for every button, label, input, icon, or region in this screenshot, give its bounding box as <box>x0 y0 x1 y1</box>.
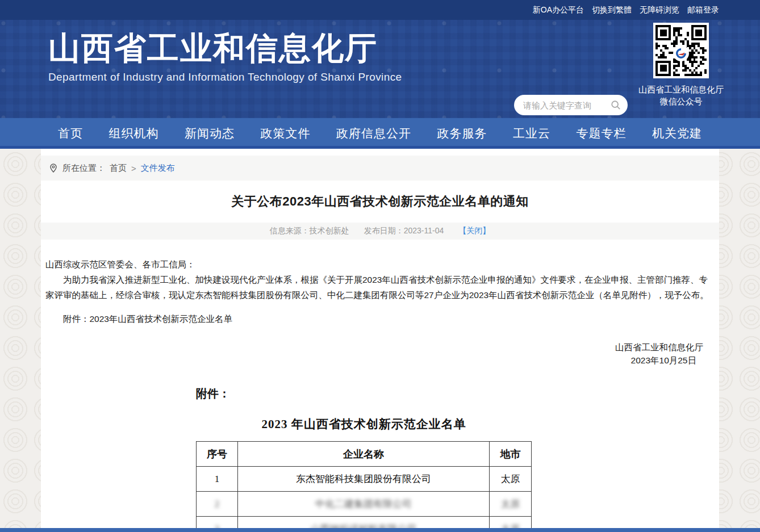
article-meta: 信息来源：技术创新处 发布日期：2023-11-04 【关闭】 <box>41 223 719 240</box>
column-header-no: 序号 <box>197 442 238 467</box>
search-box[interactable] <box>514 95 628 115</box>
breadcrumb-current-link[interactable]: 文件发布 <box>141 163 175 174</box>
nav-link-8[interactable]: 机关党建 <box>652 127 702 140</box>
nav-link-2[interactable]: 新闻动态 <box>185 127 235 140</box>
cell-company: 中化二建集团有限公司 <box>238 492 490 517</box>
cell-city: 太原 <box>490 492 532 517</box>
close-button[interactable]: 【关闭】 <box>458 226 490 236</box>
column-header-company: 企业名称 <box>238 442 490 467</box>
site-subtitle: Department of Industry and Information T… <box>48 71 402 83</box>
table-row: 2中化二建集团有限公司太原 <box>197 492 532 517</box>
department-logo-icon <box>674 47 688 60</box>
article-paragraph: 为助力我省深入推进新型工业化、加快建设现代化产业体系，根据《关于开展2023年山… <box>45 272 715 303</box>
nav-link-5[interactable]: 政务服务 <box>437 127 487 140</box>
site-header: 山西省工业和信息化厅 Department of Industry and In… <box>0 20 760 118</box>
breadcrumb-home-link[interactable]: 首页 <box>110 163 127 174</box>
cell-no: 2 <box>197 492 238 517</box>
sign-date: 2023年10月25日 <box>41 354 703 367</box>
qr-caption-line2: 微信公众号 <box>636 95 726 107</box>
article-body: 山西综改示范区管委会、各市工信局： 为助力我省深入推进新型工业化、加快建设现代化… <box>41 240 719 326</box>
breadcrumb-label: 所在位置： <box>62 163 105 174</box>
wechat-qr-block: 山西省工业和信息化厅 微信公众号 <box>653 23 709 107</box>
site-title: 山西省工业和信息化厅 <box>48 30 402 66</box>
topbar-link-2[interactable]: 无障碍浏览 <box>640 5 679 15</box>
main-nav: 首页组织机构新闻动态政策文件政府信息公开政务服务工业云专题专栏机关党建 <box>0 118 760 149</box>
nav-link-3[interactable]: 政策文件 <box>261 127 311 140</box>
column-header-city: 地市 <box>490 442 532 467</box>
topbar-link-0[interactable]: 新OA办公平台 <box>533 5 584 15</box>
attachment-table-title: 2023 年山西省技术创新示范企业名单 <box>196 416 532 432</box>
nav-link-4[interactable]: 政府信息公开 <box>336 127 411 140</box>
location-pin-icon <box>49 164 58 173</box>
article-signature: 山西省工业和信息化厅 2023年10月25日 <box>41 341 719 367</box>
qr-caption: 山西省工业和信息化厅 微信公众号 <box>636 83 726 107</box>
search-icon[interactable] <box>611 100 621 110</box>
nav-item: 机关党建 <box>652 125 702 141</box>
breadcrumb: 所在位置： 首页 > 文件发布 <box>41 156 719 181</box>
footer-top-bar <box>0 528 760 532</box>
signer-name: 山西省工业和信息化厅 <box>41 341 703 354</box>
attachment-document: 附件： 2023 年山西省技术创新示范企业名单 序号 企业名称 地市 1东杰智能… <box>196 386 532 532</box>
nav-link-7[interactable]: 专题专栏 <box>577 127 627 140</box>
nav-link-6[interactable]: 工业云 <box>513 127 550 140</box>
nav-item: 工业云 <box>513 125 550 141</box>
page-background: 所在位置： 首页 > 文件发布 关于公布2023年山西省技术创新示范企业名单的通… <box>0 149 760 529</box>
breadcrumb-separator: > <box>131 164 136 173</box>
table-header-row: 序号 企业名称 地市 <box>197 442 532 467</box>
topbar-link-1[interactable]: 切换到繁體 <box>592 5 632 15</box>
nav-item: 政务服务 <box>437 125 487 141</box>
article-source: 信息来源：技术创新处 <box>270 226 349 236</box>
site-brand: 山西省工业和信息化厅 Department of Industry and In… <box>48 30 402 83</box>
search-input[interactable] <box>523 100 611 110</box>
article-title: 关于公布2023年山西省技术创新示范企业名单的通知 <box>41 193 719 210</box>
nav-link-0[interactable]: 首页 <box>58 127 83 140</box>
topbar-link-3[interactable]: 邮箱登录 <box>687 5 719 15</box>
article-attachment-line: 附件：2023年山西省技术创新示范企业名单 <box>45 311 715 326</box>
article-salutation: 山西综改示范区管委会、各市工信局： <box>45 257 715 272</box>
nav-item: 政府信息公开 <box>336 125 411 141</box>
nav-item: 专题专栏 <box>577 125 627 141</box>
article-date: 发布日期：2023-11-04 <box>364 226 444 236</box>
nav-item: 首页 <box>58 125 83 141</box>
cell-company: 东杰智能科技集团股份有限公司 <box>238 467 490 492</box>
company-list-table: 序号 企业名称 地市 1东杰智能科技集团股份有限公司太原2中化二建集团有限公司太… <box>196 441 532 532</box>
nav-item: 新闻动态 <box>185 125 235 141</box>
nav-item: 政策文件 <box>261 125 311 141</box>
content-panel: 所在位置： 首页 > 文件发布 关于公布2023年山西省技术创新示范企业名单的通… <box>41 149 719 532</box>
nav-link-1[interactable]: 组织机构 <box>109 127 159 140</box>
attachment-label: 附件： <box>196 386 532 401</box>
table-row: 1东杰智能科技集团股份有限公司太原 <box>197 467 532 492</box>
topbar: 新OA办公平台切换到繁體无障碍浏览邮箱登录 <box>0 0 760 20</box>
cell-city: 太原 <box>490 467 532 492</box>
nav-item: 组织机构 <box>109 125 159 141</box>
cell-no: 1 <box>197 467 238 492</box>
qr-caption-line1: 山西省工业和信息化厅 <box>636 83 726 95</box>
